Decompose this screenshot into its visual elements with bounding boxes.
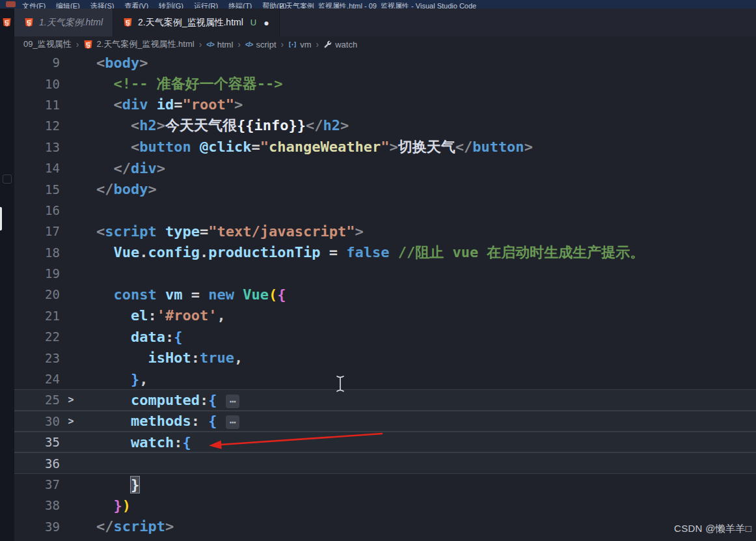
- editor[interactable]: 9<body>10 <!-- 准备好一个容器-->11 <div id="roo…: [14, 52, 756, 541]
- code-line-10[interactable]: 10 <!-- 准备好一个容器-->: [14, 73, 756, 94]
- html5-file-icon: [24, 18, 34, 27]
- code-line-21[interactable]: 21 el:'#root',: [14, 305, 756, 326]
- line-number: 16: [14, 203, 60, 217]
- folded-code-ellipsis[interactable]: ⋯: [226, 415, 240, 429]
- line-number: 13: [14, 140, 60, 154]
- line-number: 12: [14, 118, 60, 133]
- code-line-9[interactable]: 9<body>: [14, 52, 756, 73]
- code-text: <!-- 准备好一个容器-->: [82, 74, 282, 94]
- breadcrumb-item[interactable]: </>script: [245, 40, 277, 49]
- code-text: methods: { ⋯: [82, 413, 239, 429]
- code-line-18[interactable]: 18 Vue.config.productionTip = false //阻止…: [14, 242, 756, 263]
- breadcrumb-item[interactable]: 2.天气案例_监视属性.html: [83, 38, 194, 50]
- code-text: }): [82, 497, 131, 514]
- line-number: 18: [14, 245, 60, 260]
- breadcrumb-item[interactable]: </>html: [206, 40, 233, 49]
- menu-item[interactable]: 转到(G): [159, 1, 183, 8]
- breadcrumbs: 09_监视属性›2.天气案例_监视属性.html›</>html›</>scri…: [14, 36, 756, 52]
- code-line-37[interactable]: 37 }: [14, 474, 756, 495]
- line-number: 25: [14, 393, 60, 407]
- line-number: 21: [14, 309, 60, 323]
- menu-item[interactable]: 选择(S): [90, 1, 115, 8]
- window-title: 2.天气案例_监视属性.html - 09_监视属性 - Visual Stud…: [280, 1, 476, 8]
- breadcrumb-item[interactable]: 09_监视属性: [23, 38, 72, 50]
- code-text: },: [82, 371, 148, 387]
- breadcrumb-item[interactable]: vm: [288, 40, 311, 49]
- code-line-23[interactable]: 23 isHot:true,: [14, 347, 756, 368]
- line-number: 10: [14, 77, 60, 91]
- line-number: 37: [14, 477, 60, 492]
- title-bar: 文件(F)编辑(E)选择(S)查看(V)转到(G)运行(R)终端(T)帮助(H)…: [0, 0, 756, 8]
- code-line-38[interactable]: 38 }): [14, 495, 756, 516]
- folded-code-ellipsis[interactable]: ⋯: [226, 395, 240, 408]
- modified-dot-icon[interactable]: ●: [263, 18, 269, 27]
- menu-item[interactable]: 运行(R): [194, 1, 218, 8]
- code-icon: </>: [245, 41, 252, 48]
- breadcrumb-label: script: [256, 40, 276, 49]
- code-line-12[interactable]: 12 <h2>今天天气很{{info}}</h2>: [14, 115, 756, 136]
- app-logo-icon: [6, 1, 16, 7]
- line-number: 30: [14, 414, 60, 428]
- code-line-16[interactable]: 16: [14, 200, 756, 221]
- code-line-11[interactable]: 11 <div id="root">: [14, 94, 756, 115]
- code-line-30[interactable]: 30> methods: { ⋯: [14, 411, 756, 432]
- fold-chevron-icon[interactable]: >: [60, 394, 82, 406]
- variable-icon: [288, 40, 297, 49]
- line-number: 23: [14, 351, 60, 365]
- line-number: 19: [14, 266, 60, 281]
- html-file-icon[interactable]: [2, 18, 12, 28]
- active-view-indicator: [0, 207, 2, 230]
- code-text: <div id="root">: [82, 96, 243, 113]
- code-line-19[interactable]: 19: [14, 263, 756, 284]
- code-line-24[interactable]: 24 },: [14, 368, 756, 389]
- code-text: <button @click="changeWeather">切换天气</but…: [82, 137, 533, 157]
- line-number: 35: [14, 435, 60, 449]
- line-number: 24: [14, 372, 60, 386]
- chevron-right-icon: ›: [237, 39, 241, 49]
- git-status-badge: U: [250, 18, 256, 27]
- tab-label: 1.天气案例.html: [39, 17, 103, 29]
- menubar: 文件(F)编辑(E)选择(S)查看(V)转到(G)运行(R)终端(T)帮助(H): [22, 0, 287, 8]
- code-line-39[interactable]: 39</script>: [14, 516, 756, 537]
- code-line-35[interactable]: 35 watch:{: [14, 432, 756, 452]
- breadcrumb-label: 2.天气案例_监视属性.html: [96, 38, 194, 50]
- code-text: <h2>今天天气很{{info}}</h2>: [82, 116, 349, 135]
- code-line-25[interactable]: 25> computed:{ ⋯: [14, 389, 756, 410]
- line-number: 38: [14, 498, 60, 512]
- menu-item[interactable]: 编辑(E): [56, 1, 80, 8]
- editor-tab[interactable]: 1.天气案例.html: [14, 8, 113, 36]
- code-line-14[interactable]: 14 </div>: [14, 158, 756, 178]
- line-number: 9: [14, 55, 60, 70]
- breadcrumb-label: vm: [300, 40, 311, 49]
- line-number: 17: [14, 224, 60, 238]
- code-lines: 9<body>10 <!-- 准备好一个容器-->11 <div id="roo…: [14, 52, 756, 537]
- breadcrumb-item[interactable]: watch: [323, 40, 357, 49]
- code-text: <script type="text/javascript">: [82, 223, 364, 240]
- chevron-right-icon: ›: [281, 39, 284, 49]
- code-text: }: [82, 477, 139, 493]
- code-line-15[interactable]: 15</body>: [14, 178, 756, 199]
- code-text: </body>: [82, 181, 157, 197]
- code-line-13[interactable]: 13 <button @click="changeWeather">切换天气</…: [14, 137, 756, 158]
- code-line-17[interactable]: 17<script type="text/javascript">: [14, 221, 756, 242]
- activity-bar[interactable]: [0, 8, 14, 541]
- code-text: el:'#root',: [82, 307, 226, 324]
- breadcrumb-label: html: [217, 40, 234, 49]
- menu-item[interactable]: 查看(V): [124, 1, 148, 8]
- code-text: watch:{: [82, 434, 191, 451]
- menu-item[interactable]: 终端(T): [228, 1, 252, 8]
- code-line-36[interactable]: 36: [14, 452, 756, 473]
- code-line-20[interactable]: 20 const vm = new Vue({: [14, 284, 756, 305]
- editor-tab[interactable]: 2.天气案例_监视属性.htmlU●: [113, 8, 280, 36]
- code-text: computed:{ ⋯: [82, 392, 239, 408]
- tab-bar: 1.天气案例.html2.天气案例_监视属性.htmlU●: [14, 8, 756, 36]
- code-text: data:{: [82, 329, 182, 345]
- line-number: 11: [14, 98, 60, 112]
- menu-item[interactable]: 文件(F): [22, 1, 46, 8]
- code-line-22[interactable]: 22 data:{: [14, 326, 756, 347]
- line-number: 20: [14, 287, 60, 301]
- fold-chevron-icon[interactable]: >: [60, 415, 82, 427]
- activity-item-icon[interactable]: [3, 174, 12, 184]
- code-text: </div>: [82, 160, 165, 176]
- line-number: 36: [14, 456, 60, 471]
